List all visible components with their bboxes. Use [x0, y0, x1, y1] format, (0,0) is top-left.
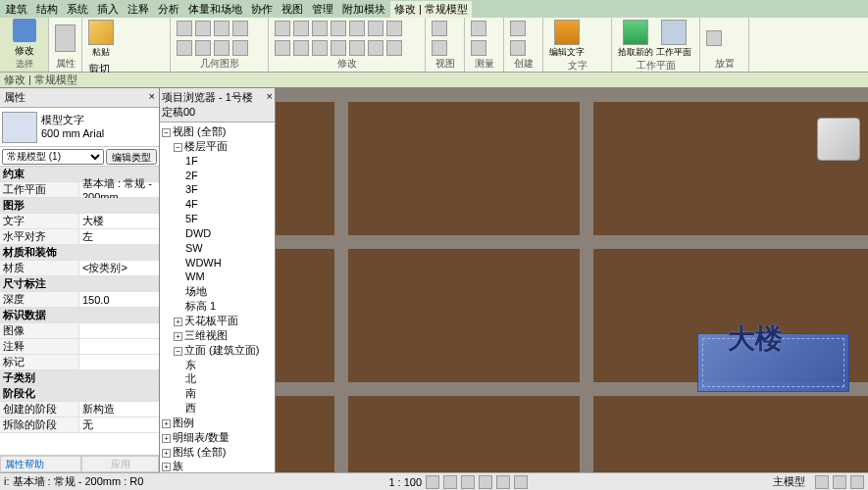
- tool-icon[interactable]: [331, 40, 346, 56]
- expand-icon[interactable]: +: [162, 434, 171, 443]
- expand-icon[interactable]: +: [162, 463, 171, 471]
- view-control-icon[interactable]: [479, 475, 492, 489]
- 3d-view[interactable]: 大楼: [276, 88, 868, 472]
- workplane-icon[interactable]: [661, 20, 687, 45]
- tree-node[interactable]: +天花板平面: [162, 314, 273, 328]
- prop-section-header[interactable]: 图形: [0, 198, 159, 213]
- selected-model-text[interactable]: 大楼: [697, 333, 849, 392]
- tree-node[interactable]: 标高 1: [162, 299, 273, 314]
- tool-icon[interactable]: [293, 21, 309, 36]
- tool-icon[interactable]: [331, 21, 346, 36]
- close-icon[interactable]: ×: [149, 90, 155, 105]
- tree-node[interactable]: SW: [162, 241, 273, 256]
- prop-section-header[interactable]: 材质和装饰: [0, 245, 159, 260]
- menu-item[interactable]: 体量和场地: [184, 1, 246, 18]
- tool-icon[interactable]: [432, 40, 447, 56]
- view-control-icon[interactable]: [426, 475, 439, 489]
- tool-icon[interactable]: [195, 21, 211, 36]
- tree-node[interactable]: −立面 (建筑立面): [162, 343, 273, 358]
- prop-value[interactable]: 基本墙 : 常规 - 200mm: [79, 182, 159, 197]
- filter-icon[interactable]: [815, 475, 829, 489]
- menu-item[interactable]: 视图: [278, 1, 307, 18]
- view-control-icon[interactable]: [461, 475, 475, 489]
- tree-node[interactable]: +明细表/数量: [162, 430, 273, 445]
- view-cube[interactable]: [817, 118, 860, 161]
- tree-node[interactable]: 3F: [162, 182, 273, 197]
- expand-icon[interactable]: +: [174, 332, 182, 341]
- prop-section-header[interactable]: 尺寸标注: [0, 276, 159, 291]
- tool-icon[interactable]: [195, 40, 211, 56]
- menu-item[interactable]: 系统: [63, 1, 92, 18]
- menu-item[interactable]: 附加模块: [338, 1, 389, 18]
- tree-node[interactable]: DWD: [162, 226, 273, 241]
- close-icon[interactable]: ×: [267, 90, 273, 120]
- prop-value[interactable]: <按类别>: [79, 261, 159, 275]
- status-icon[interactable]: [833, 475, 846, 489]
- apply-button[interactable]: 应用: [81, 456, 159, 472]
- tree-node[interactable]: −楼层平面: [162, 139, 273, 154]
- tool-icon[interactable]: [510, 21, 526, 36]
- tool-icon[interactable]: [177, 40, 192, 56]
- tool-icon[interactable]: [471, 21, 486, 36]
- tool-icon[interactable]: [232, 40, 248, 56]
- tool-icon[interactable]: [386, 21, 402, 36]
- tree-node[interactable]: 2F: [162, 169, 273, 183]
- expand-icon[interactable]: −: [162, 128, 171, 137]
- tool-icon[interactable]: [214, 21, 230, 36]
- prop-value[interactable]: 新构造: [79, 402, 159, 416]
- prop-section-header[interactable]: 标识数据: [0, 308, 159, 322]
- properties-help-button[interactable]: 属性帮助: [0, 456, 81, 472]
- status-icon[interactable]: [850, 475, 864, 489]
- tool-icon[interactable]: [275, 40, 290, 56]
- tool-icon[interactable]: [386, 40, 402, 56]
- view-scale[interactable]: 1 : 100: [388, 476, 422, 488]
- tool-icon[interactable]: [312, 21, 328, 36]
- tool-icon[interactable]: [368, 40, 383, 56]
- prop-value[interactable]: 无: [79, 417, 159, 432]
- paste-icon[interactable]: [88, 20, 114, 45]
- properties-icon[interactable]: [55, 24, 76, 52]
- prop-value[interactable]: [79, 355, 159, 369]
- view-control-icon[interactable]: [496, 475, 510, 489]
- menu-item[interactable]: 插入: [93, 1, 123, 18]
- tool-icon[interactable]: [232, 21, 248, 36]
- tree-node[interactable]: 西: [162, 401, 273, 416]
- prop-value[interactable]: [79, 323, 159, 338]
- menu-item[interactable]: 管理: [308, 1, 337, 18]
- tree-node[interactable]: 东: [162, 358, 273, 372]
- tool-icon[interactable]: [275, 21, 290, 36]
- expand-icon[interactable]: −: [174, 143, 182, 152]
- menu-item[interactable]: 结构: [32, 1, 62, 18]
- prop-value[interactable]: 大楼: [79, 214, 159, 228]
- prop-value[interactable]: [79, 339, 159, 354]
- expand-icon[interactable]: +: [162, 419, 171, 428]
- tree-node[interactable]: +图纸 (全部): [162, 445, 273, 460]
- prop-value[interactable]: 150.0: [79, 292, 159, 307]
- tool-icon[interactable]: [293, 40, 309, 56]
- tool-icon[interactable]: [214, 40, 230, 56]
- menu-item[interactable]: 协作: [247, 1, 277, 18]
- prop-value[interactable]: 左: [79, 229, 159, 244]
- menu-item[interactable]: 建筑: [2, 1, 31, 18]
- tool-icon[interactable]: [432, 21, 447, 36]
- expand-icon[interactable]: +: [174, 318, 182, 326]
- menu-item[interactable]: 分析: [154, 1, 183, 18]
- edit-text-icon[interactable]: [554, 20, 580, 45]
- tree-node[interactable]: 北: [162, 371, 273, 386]
- tool-icon[interactable]: [471, 40, 486, 56]
- tool-icon[interactable]: [510, 40, 526, 56]
- tool-icon[interactable]: [177, 21, 192, 36]
- prop-section-header[interactable]: 阶段化: [0, 386, 159, 401]
- tree-node[interactable]: 4F: [162, 197, 273, 212]
- view-control-icon[interactable]: [443, 475, 457, 489]
- tree-node[interactable]: +族: [162, 459, 273, 472]
- menu-item-active[interactable]: 修改 | 常规模型: [390, 1, 472, 18]
- modify-icon[interactable]: [13, 19, 36, 42]
- expand-icon[interactable]: −: [174, 347, 182, 356]
- view-control-icon[interactable]: [514, 475, 528, 489]
- tool-icon[interactable]: [349, 21, 365, 36]
- type-selector[interactable]: 模型文字 600 mm Arial: [0, 108, 159, 147]
- instance-selector[interactable]: 常规模型 (1): [2, 149, 104, 165]
- expand-icon[interactable]: +: [162, 449, 171, 458]
- tree-node[interactable]: 场地: [162, 284, 273, 299]
